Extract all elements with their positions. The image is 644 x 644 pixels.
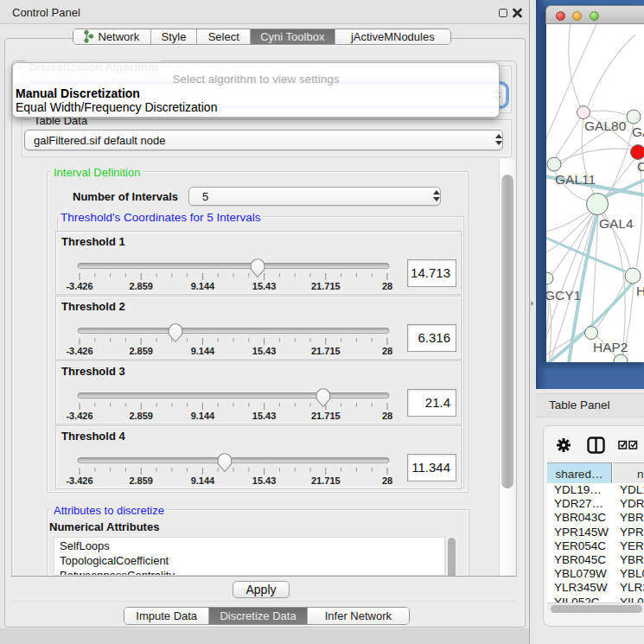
control-panel-title: Control Panel <box>12 6 80 19</box>
tab-cyni-toolbox[interactable]: Cyni Toolbox <box>251 29 335 44</box>
attributes-group-title: Attributes to discretize <box>51 504 167 517</box>
threshold-value-field[interactable]: 11.344 <box>407 454 456 481</box>
attributes-scrollbar-thumb[interactable] <box>448 538 456 576</box>
network-node[interactable] <box>631 145 644 160</box>
table-horizontal-scrollbar[interactable] <box>547 603 644 613</box>
tab-label: jActiveMNodules <box>351 30 435 43</box>
table-row[interactable]: YBR045CYBR0 <box>547 553 644 568</box>
gear-icon[interactable] <box>556 437 571 453</box>
table-cell: YBR0 <box>620 553 644 566</box>
network-graph: GAL80GACGAL11GAL4GCY1HHAP2 <box>546 24 644 362</box>
network-edge[interactable] <box>546 24 596 166</box>
settings-scrollbar-thumb[interactable] <box>501 175 513 488</box>
tab-jactivemnodules[interactable]: jActiveMNodules <box>335 29 450 44</box>
network-edge[interactable] <box>596 280 626 328</box>
split-columns-icon[interactable] <box>587 437 605 454</box>
control-panel-tabs: NetworkStyleSelectCyni ToolboxjActiveMNo… <box>73 29 451 45</box>
interval-definition-group-title: Interval Definition <box>51 166 143 179</box>
threshold-block: Threshold 2-3.4262.8599.14415.4321.71528… <box>55 296 462 360</box>
threshold-block: Threshold 1-3.4262.8599.14415.4321.71528… <box>55 231 462 295</box>
checkbox-checked-icon[interactable] <box>618 440 628 450</box>
slider-tick-label: -3.426 <box>66 411 92 421</box>
slider-tick-label: 2.859 <box>129 411 153 421</box>
table-row[interactable]: YBL079WYBL0 <box>547 567 644 582</box>
network-node[interactable] <box>627 110 641 124</box>
network-icon <box>84 30 94 43</box>
network-canvas[interactable]: GAL80GACGAL11GAL4GCY1HHAP2 <box>546 24 644 362</box>
table-column-header-shared[interactable]: shared… <box>547 462 612 484</box>
slider-track[interactable] <box>78 393 389 399</box>
network-edge[interactable] <box>636 160 642 268</box>
tab-infer-network[interactable]: Infer Network <box>308 608 409 624</box>
settings-scrollbar[interactable] <box>499 159 515 576</box>
network-edge[interactable] <box>604 213 625 354</box>
float-window-icon[interactable] <box>499 9 507 17</box>
close-icon[interactable] <box>513 8 522 18</box>
network-edge[interactable] <box>555 118 580 158</box>
threshold-value-field[interactable]: 6.316 <box>407 324 456 352</box>
slider-tick-label: 28 <box>382 411 392 421</box>
network-window-titlebar[interactable] <box>545 5 644 24</box>
table-row[interactable]: YER054CYER0 <box>547 539 644 554</box>
cyni-mode-tabs: Impute DataDiscretize DataInfer Network <box>124 607 410 625</box>
table-row[interactable]: YPR145WYPR1 <box>547 526 644 540</box>
attribute-list-item[interactable]: TopologicalCoefficient <box>60 554 169 567</box>
slider-thumb[interactable] <box>169 324 182 342</box>
threshold-value-field[interactable]: 21.4 <box>407 389 456 417</box>
threshold-value-field[interactable]: 14.713 <box>407 259 456 287</box>
attributes-list-scrollbar[interactable] <box>445 537 456 576</box>
apply-button[interactable]: Apply <box>233 581 290 598</box>
network-node[interactable] <box>585 327 598 340</box>
slider-track[interactable] <box>78 458 389 463</box>
network-close-icon[interactable] <box>556 11 565 21</box>
tab-style[interactable]: Style <box>151 29 198 44</box>
slider-thumb[interactable] <box>218 454 232 472</box>
panel-splitter[interactable] <box>529 0 536 644</box>
tab-label: Infer Network <box>325 609 392 622</box>
table-data-combobox-value: galFiltered.sif default node <box>34 134 165 147</box>
network-edge[interactable] <box>560 149 631 161</box>
table-row[interactable]: YLR345WYLR3 <box>547 581 644 596</box>
table-row[interactable]: YIL052CYIL0 <box>547 596 644 603</box>
tab-impute-data[interactable]: Impute Data <box>124 608 209 624</box>
network-edge[interactable] <box>590 111 627 115</box>
number-of-intervals-combobox[interactable]: 5 <box>188 187 441 206</box>
tab-select[interactable]: Select <box>197 29 251 44</box>
slider-track[interactable] <box>78 264 389 269</box>
numerical-attributes-list[interactable]: SelfLoopsTopologicalCoefficientBetweenne… <box>54 537 445 576</box>
table-row[interactable]: YDL19…YDL1 <box>547 483 644 498</box>
network-edge[interactable] <box>588 35 635 106</box>
table-data-combobox[interactable]: galFiltered.sif default node <box>24 130 503 150</box>
tab-discretize-data[interactable]: Discretize Data <box>209 608 307 624</box>
table-hscrollbar-thumb[interactable] <box>551 605 642 613</box>
table-cell: YBL079W <box>554 567 607 580</box>
table-cell: YBR043C <box>554 511 606 524</box>
attribute-list-item[interactable]: SelfLoops <box>60 539 110 552</box>
network-node[interactable] <box>547 157 561 171</box>
algorithm-popup-item[interactable]: Equal Width/Frequency Discretization <box>15 100 499 114</box>
table-column-header-name[interactable]: n <box>613 462 644 484</box>
network-node[interactable] <box>614 354 628 362</box>
table-cell: YIL0 <box>620 596 644 603</box>
table-row[interactable]: YDR27…YDR2 <box>547 497 644 512</box>
slider-tick-label: -3.426 <box>66 281 92 291</box>
table-panel-title: Table Panel <box>549 399 610 411</box>
slider-thumb[interactable] <box>251 259 265 277</box>
algorithm-dropdown-popup: Select algorithm to view settings Manual… <box>12 62 500 118</box>
slider-tick-label: 15.43 <box>252 411 277 421</box>
slider-track[interactable] <box>78 328 389 334</box>
tab-network[interactable]: Network <box>73 29 151 44</box>
network-zoom-icon[interactable] <box>590 11 599 21</box>
splitter-collapse-icon[interactable] <box>531 301 534 306</box>
window-footer-strip <box>0 628 529 644</box>
network-node[interactable] <box>625 268 641 284</box>
network-node[interactable] <box>577 106 590 119</box>
table-row[interactable]: YBR043CYBR0 <box>547 511 644 526</box>
checkbox-checked-icon[interactable] <box>628 440 638 450</box>
network-node[interactable] <box>546 272 553 284</box>
network-node[interactable] <box>587 194 609 215</box>
attribute-list-item[interactable]: BetweennessCentrality <box>60 569 175 576</box>
network-minimize-icon[interactable] <box>572 11 582 21</box>
algorithm-popup-item[interactable]: Manual Discretization <box>15 86 499 100</box>
slider-thumb[interactable] <box>316 389 330 407</box>
